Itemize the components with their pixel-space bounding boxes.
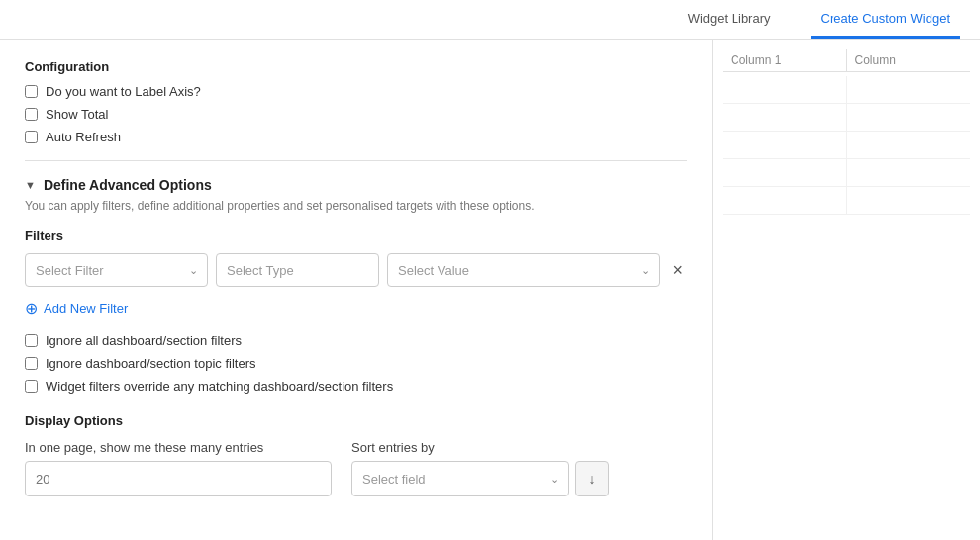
add-filter-label: Add New Filter [44, 301, 128, 315]
tab-widget-library[interactable]: Widget Library [678, 0, 781, 39]
right-panel: Column 1 Column [713, 40, 980, 540]
filters-title: Filters [25, 228, 687, 243]
top-nav: Widget Library Create Custom Widget [0, 0, 980, 40]
right-cell [723, 132, 847, 158]
right-col-1-header: Column 1 [723, 49, 847, 71]
tab-create-custom-widget[interactable]: Create Custom Widget [811, 0, 961, 39]
table-row [723, 76, 970, 104]
entries-label: In one page, show me these many entries [25, 440, 332, 455]
checkbox-widget-override-input[interactable] [25, 380, 38, 393]
main-layout: Configuration Do you want to Label Axis?… [0, 40, 980, 540]
right-table: Column 1 Column [723, 49, 970, 215]
right-cell [847, 76, 971, 103]
checkbox-ignore-all-input[interactable] [25, 334, 38, 347]
filter-checkboxes: Ignore all dashboard/section filters Ign… [25, 333, 687, 394]
checkbox-label-axis-input[interactable] [25, 85, 38, 98]
advanced-description: You can apply filters, define additional… [25, 199, 687, 213]
add-new-filter-button[interactable]: ⊕ Add New Filter [25, 299, 128, 317]
sort-label: Sort entries by [351, 440, 609, 455]
checkbox-auto-refresh-input[interactable] [25, 131, 38, 143]
right-cell [723, 76, 847, 103]
checkbox-show-total[interactable]: Show Total [25, 107, 687, 122]
checkbox-auto-refresh[interactable]: Auto Refresh [25, 130, 687, 144]
right-col-2-header: Column [847, 49, 971, 71]
right-cell [847, 187, 971, 214]
remove-filter-button[interactable]: × [668, 261, 687, 279]
checkbox-ignore-all[interactable]: Ignore all dashboard/section filters [25, 333, 687, 348]
right-table-header: Column 1 Column [723, 49, 970, 72]
table-row [723, 159, 970, 187]
sort-direction-button[interactable]: ↓ [575, 461, 609, 496]
configuration-checkboxes: Do you want to Label Axis? Show Total Au… [25, 84, 687, 144]
advanced-section: ▼ Define Advanced Options You can apply … [25, 177, 687, 213]
right-cell [723, 159, 847, 186]
checkbox-ignore-topic-input[interactable] [25, 357, 38, 370]
select-value[interactable]: Select Value [387, 253, 660, 287]
right-cell [723, 187, 847, 214]
left-panel: Configuration Do you want to Label Axis?… [0, 40, 713, 540]
entries-col: In one page, show me these many entries [25, 440, 332, 496]
checkbox-widget-override[interactable]: Widget filters override any matching das… [25, 379, 687, 394]
table-row [723, 104, 970, 132]
configuration-title: Configuration [25, 59, 687, 74]
select-filter[interactable]: Select Filter [25, 253, 208, 287]
section-divider [25, 160, 687, 161]
add-filter-icon: ⊕ [25, 299, 38, 317]
right-cell [847, 159, 971, 186]
advanced-title: Define Advanced Options [44, 177, 212, 193]
right-cell [847, 104, 971, 131]
sort-direction-icon: ↓ [589, 471, 596, 487]
checkbox-label-axis[interactable]: Do you want to Label Axis? [25, 84, 687, 99]
select-filter-wrapper: Select Filter ⌄ [25, 253, 208, 287]
checkbox-ignore-topic[interactable]: Ignore dashboard/section topic filters [25, 356, 687, 371]
filter-row: Select Filter ⌄ Select Type Select Value… [25, 253, 687, 287]
right-cell [847, 132, 971, 158]
select-type-wrapper: Select Type [216, 253, 379, 287]
sort-select-wrapper: Select field ⌄ [351, 461, 569, 496]
right-cell [723, 104, 847, 131]
advanced-header: ▼ Define Advanced Options [25, 177, 687, 193]
sort-select[interactable]: Select field [351, 461, 569, 496]
checkbox-show-total-input[interactable] [25, 108, 38, 121]
display-options-row: In one page, show me these many entries … [25, 440, 687, 496]
select-value-wrapper: Select Value ⌄ [387, 253, 660, 287]
display-options-title: Display Options [25, 413, 687, 428]
select-type[interactable]: Select Type [216, 253, 379, 287]
sort-wrap: Select field ⌄ ↓ [351, 461, 609, 496]
sort-col: Sort entries by Select field ⌄ ↓ [351, 440, 609, 496]
table-row [723, 132, 970, 159]
table-row [723, 187, 970, 215]
collapse-icon[interactable]: ▼ [25, 179, 36, 191]
entries-input[interactable] [25, 461, 332, 496]
